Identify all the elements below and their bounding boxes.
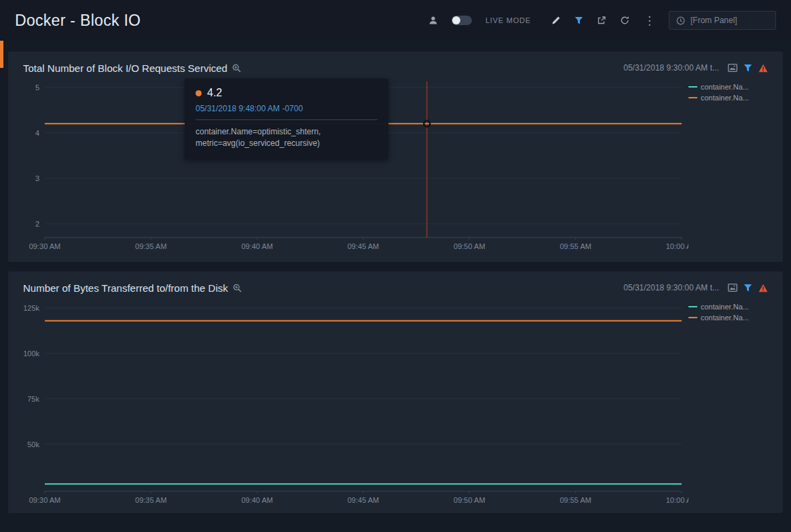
y-axis-tick-label: 100k [23, 349, 39, 358]
top-bar-actions: LIVE MODE ⋮ [428, 11, 776, 30]
zoom-icon[interactable] [233, 284, 242, 292]
legend-label: container.Na... [701, 83, 749, 91]
panel-meta: 05/31/2018 9:30:00 AM t... [623, 63, 768, 73]
top-bar: Docker - Block IO LIVE MODE [0, 0, 791, 41]
user-icon[interactable] [428, 16, 438, 25]
dashboard-panels: Total Number of Block I/O Requests Servi… [0, 41, 791, 513]
dashboard-accent-strip [0, 41, 3, 68]
y-axis-tick-label: 2 [35, 220, 39, 228]
live-mode-toggle[interactable] [452, 16, 472, 25]
panel-body: 125k100k75k50k09:30 AM09:35 AM09:40 AM09… [23, 297, 768, 512]
x-axis-tick-label: 09:55 AM [559, 496, 591, 504]
panel-header: Number of Bytes Transferred to/from the … [23, 278, 768, 297]
line-chart: 125k100k75k50k09:30 AM09:35 AM09:40 AM09… [23, 297, 688, 509]
x-axis-tick-label: 09:45 AM [348, 496, 379, 504]
x-axis-tick-label: 09:55 AM [559, 242, 591, 250]
warning-icon[interactable] [758, 64, 768, 73]
kebab-menu-icon[interactable]: ⋮ [644, 15, 655, 26]
x-axis-tick-label: 09:40 AM [241, 496, 272, 504]
panel-title-text: Number of Bytes Transferred to/from the … [23, 282, 228, 294]
tooltip-value: 4.2 [207, 87, 222, 99]
x-axis-tick-label: 09:35 AM [135, 242, 166, 250]
panel-time-range: 05/31/2018 9:30:00 AM t... [623, 63, 719, 73]
legend-item[interactable]: container.Na... [688, 303, 768, 311]
x-axis-tick-label: 09:30 AM [29, 242, 60, 250]
panel-title: Number of Bytes Transferred to/from the … [23, 282, 242, 294]
y-axis-tick-label: 125k [23, 304, 39, 312]
legend-swatch [688, 97, 697, 98]
image-icon[interactable] [728, 64, 737, 72]
share-icon[interactable] [597, 16, 606, 25]
panel-time-range: 05/31/2018 9:30:00 AM t... [623, 283, 719, 292]
legend-item[interactable]: container.Na... [688, 94, 768, 102]
panel-title-text: Total Number of Block I/O Requests Servi… [23, 62, 227, 74]
x-axis-tick-label: 09:30 AM [29, 496, 60, 504]
clock-icon [676, 16, 685, 25]
chart-area[interactable]: 543209:30 AM09:35 AM09:40 AM09:45 AM09:5… [23, 77, 688, 258]
tooltip-detail-line: metric=avg(io_serviced_recursive) [196, 138, 378, 149]
edit-icon[interactable] [551, 16, 561, 25]
filter-icon[interactable] [574, 16, 583, 25]
x-axis-tick-label: 09:50 AM [454, 496, 485, 504]
panel-meta: 05/31/2018 9:30:00 AM t... [623, 283, 768, 292]
legend-label: container.Na... [701, 303, 749, 311]
x-axis-tick-label: 10:00 AM [666, 496, 688, 504]
x-axis-tick-label: 10:00 AM [666, 242, 688, 250]
panel-body: 543209:30 AM09:35 AM09:40 AM09:45 AM09:5… [23, 77, 768, 258]
time-scope-value: [From Panel] [691, 16, 737, 25]
x-axis-tick-label: 09:50 AM [454, 242, 485, 250]
legend-swatch [688, 317, 697, 318]
live-mode-label: LIVE MODE [485, 16, 531, 24]
series-dot-icon [196, 90, 202, 96]
time-scope-selector[interactable]: [From Panel] [669, 11, 776, 30]
refresh-icon[interactable] [620, 16, 630, 25]
y-axis-tick-label: 5 [35, 83, 39, 92]
panel-header: Total Number of Block I/O Requests Servi… [23, 58, 768, 77]
y-axis-tick-label: 75k [27, 395, 39, 403]
x-axis-tick-label: 09:35 AM [135, 496, 166, 504]
x-axis-tick-label: 09:40 AM [241, 242, 272, 250]
toggle-knob [452, 16, 460, 24]
panel-title: Total Number of Block I/O Requests Servi… [23, 62, 241, 74]
legend-item[interactable]: container.Na... [688, 83, 768, 91]
warning-icon[interactable] [758, 284, 768, 292]
y-axis-tick-label: 50k [27, 440, 39, 449]
image-icon[interactable] [728, 284, 737, 292]
chart-legend: container.Na... container.Na... [688, 297, 768, 512]
tooltip-details: container.Name=optimistic_shtern, metric… [196, 126, 378, 150]
tooltip-timestamp: 05/31/2018 9:48:00 AM -0700 [196, 104, 378, 120]
filter-icon[interactable] [743, 284, 752, 292]
legend-label: container.Na... [701, 94, 749, 102]
chart-area[interactable]: 125k100k75k50k09:30 AM09:35 AM09:40 AM09… [23, 297, 688, 512]
zoom-icon[interactable] [232, 64, 241, 73]
x-axis-tick-label: 09:45 AM [348, 242, 379, 250]
chart-tooltip: 4.2 05/31/2018 9:48:00 AM -0700 containe… [185, 79, 388, 159]
legend-swatch [688, 306, 697, 307]
tooltip-value-row: 4.2 [196, 87, 378, 99]
legend-label: container.Na... [701, 314, 749, 322]
panel-block-io-requests: Total Number of Block I/O Requests Servi… [8, 52, 783, 262]
legend-item[interactable]: container.Na... [688, 314, 768, 322]
y-axis-tick-label: 3 [35, 174, 39, 183]
page-title: Docker - Block IO [15, 12, 141, 30]
y-axis-tick-label: 4 [35, 129, 39, 137]
chart-legend: container.Na... container.Na... [688, 77, 768, 258]
panel-bytes-transferred: Number of Bytes Transferred to/from the … [8, 271, 783, 513]
tooltip-detail-line: container.Name=optimistic_shtern, [196, 126, 378, 138]
filter-icon[interactable] [743, 64, 752, 73]
legend-swatch [688, 86, 697, 88]
